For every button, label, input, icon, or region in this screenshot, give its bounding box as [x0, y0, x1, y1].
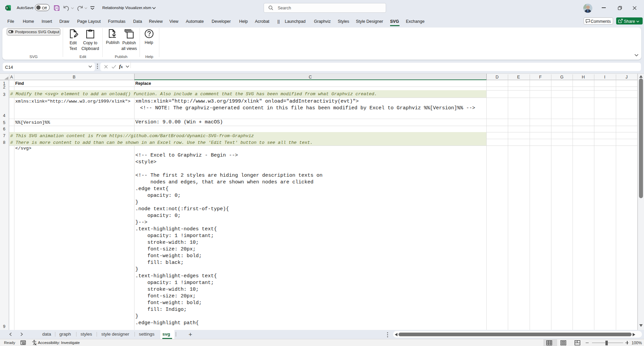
svg-text:x: x	[6, 6, 8, 9]
